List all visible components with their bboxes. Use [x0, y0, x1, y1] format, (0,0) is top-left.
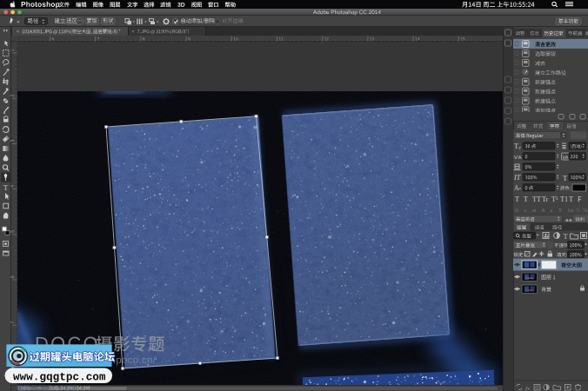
- svg-text:½: ½: [576, 207, 580, 213]
- svg-text:A: A: [518, 155, 522, 160]
- svg-text:T: T: [518, 146, 521, 150]
- svg-text:T: T: [524, 196, 528, 203]
- svg-text:F: F: [578, 196, 582, 203]
- svg-text:a: a: [550, 207, 552, 213]
- svg-text:7: 7: [10, 321, 15, 323]
- svg-text:6: 6: [10, 275, 15, 278]
- svg-text:VA: VA: [563, 155, 569, 160]
- svg-text:2: 2: [10, 94, 15, 96]
- svg-text:3: 3: [10, 139, 15, 142]
- svg-text:A: A: [541, 207, 545, 213]
- svg-text:Tr: Tr: [542, 196, 549, 203]
- svg-text:TT: TT: [532, 196, 541, 203]
- svg-text:A: A: [563, 146, 565, 150]
- svg-text:T¹: T¹: [551, 196, 558, 203]
- svg-text:4: 4: [10, 185, 15, 188]
- svg-text:1st: 1st: [567, 207, 574, 213]
- svg-text:st: st: [532, 207, 537, 213]
- svg-text:IT: IT: [513, 174, 521, 182]
- svg-text:V: V: [514, 155, 518, 160]
- svg-text:fi: fi: [515, 207, 518, 213]
- svg-text:5: 5: [10, 230, 15, 233]
- svg-text:T: T: [563, 174, 568, 182]
- svg-text:fx: fx: [525, 385, 531, 391]
- svg-text:o: o: [524, 207, 526, 213]
- svg-text:T: T: [515, 196, 519, 203]
- svg-text:1: 1: [10, 49, 15, 51]
- svg-text:T1: T1: [560, 196, 568, 203]
- svg-text:T: T: [569, 196, 573, 203]
- svg-text:T: T: [3, 183, 9, 192]
- svg-text:T: T: [564, 232, 569, 241]
- svg-text:T: T: [558, 207, 562, 213]
- svg-text:%: %: [583, 207, 588, 213]
